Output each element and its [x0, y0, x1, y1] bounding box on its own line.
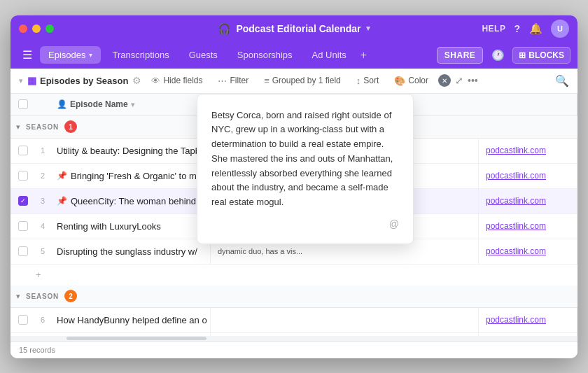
minimize-button[interactable] — [32, 24, 41, 33]
th-episode-name-label: Episode Name — [70, 99, 128, 109]
group-label: Grouped by 1 field — [272, 76, 341, 85]
pin-icon: 📌 — [57, 196, 67, 206]
filter-label: Filter — [230, 76, 248, 85]
row-link[interactable]: podcastlink.com — [479, 214, 578, 239]
checkbox-s1r4[interactable] — [18, 221, 28, 231]
blocks-button[interactable]: ⊞ BLOCKS — [512, 47, 570, 64]
blocks-icon: ⊞ — [519, 50, 526, 60]
row-link[interactable]: podcastlink.com — [479, 189, 578, 213]
row-link[interactable]: podcastlink.com — [479, 333, 578, 336]
tab-sponsorships[interactable]: Sponsorships — [229, 46, 301, 64]
row-episode-name: Disrupting the sunglass industry w/ — [50, 239, 211, 264]
hide-fields-button[interactable]: 👁 Hide fields — [146, 73, 208, 89]
text-popup: Betsy Corca, born and raised right outsi… — [197, 94, 414, 245]
row-episode-name-text: Bringing 'Fresh & Organic' to market — [71, 171, 211, 181]
row-link[interactable]: podcastlink.com — [479, 139, 578, 163]
checkbox-s1r5[interactable] — [18, 246, 28, 256]
close-button[interactable] — [19, 24, 27, 33]
season-1-label: SEASON — [26, 123, 59, 131]
tab-ad-units[interactable]: Ad Units — [304, 46, 355, 64]
row-link[interactable]: podcastlink.com — [479, 164, 578, 188]
popup-content: Betsy Corca, born and raised right outsi… — [211, 108, 399, 211]
horizontal-scrollbar[interactable] — [10, 336, 578, 342]
settings-icon[interactable]: ⚙ — [132, 75, 141, 86]
checkbox-s1r2[interactable] — [18, 171, 28, 181]
more-icon[interactable]: ••• — [468, 75, 478, 86]
bell-icon[interactable]: 🔔 — [529, 22, 543, 35]
link-text[interactable]: podcastlink.com — [486, 146, 570, 155]
at-icon[interactable]: @ — [389, 218, 399, 230]
toolbar: ☰ Episodes ▾ Transcriptions Guests Spons… — [10, 42, 578, 69]
link-text[interactable]: podcastlink.com — [486, 315, 570, 325]
window-title: Podcast Editorial Calendar — [236, 23, 360, 34]
grid-icon: ▦ — [27, 75, 36, 86]
group-button[interactable]: ≡ Grouped by 1 field — [258, 73, 346, 89]
row-snippet — [211, 333, 479, 336]
tab-guests-label: Guests — [189, 50, 218, 60]
row-num: 3 — [36, 197, 50, 205]
checkbox-s2r6[interactable] — [18, 315, 28, 325]
table-row[interactable]: 6 How HandyBunny helped define an o podc… — [10, 308, 578, 333]
row-episode-name: How HandyBunny helped define an o — [50, 308, 211, 332]
season-1-badge: 1 — [64, 120, 77, 133]
fullscreen-button[interactable] — [46, 24, 54, 33]
row-episode-name: Mission: Space — [50, 333, 211, 336]
link-text[interactable]: podcastlink.com — [486, 246, 570, 256]
scrollbar-thumb[interactable] — [66, 337, 206, 340]
row-checkbox[interactable] — [10, 246, 36, 256]
select-all-checkbox[interactable] — [18, 99, 28, 109]
link-text[interactable]: podcastlink.com — [486, 221, 570, 231]
season-2-label: SEASON — [26, 293, 59, 300]
row-link[interactable]: podcastlink.com — [479, 239, 578, 264]
th-episode-name: 👤 Episode Name ▾ — [50, 94, 211, 115]
tab-transcriptions-label: Transcriptions — [112, 50, 169, 60]
row-link[interactable]: podcastlink.com — [479, 308, 578, 332]
titlebar: 🎧 Podcast Editorial Calendar ▾ HELP ? 🔔 … — [10, 15, 578, 42]
tab-guests[interactable]: Guests — [181, 46, 226, 64]
checkbox-s1r3[interactable]: ✓ — [18, 196, 28, 206]
avatar[interactable]: U — [551, 20, 569, 38]
tab-episodes-label: Episodes — [48, 50, 85, 60]
share-button[interactable]: SHARE — [437, 47, 484, 64]
row-checkbox[interactable] — [10, 171, 36, 181]
menu-icon[interactable]: ☰ — [18, 45, 37, 65]
clock-icon[interactable]: 🕐 — [489, 46, 507, 64]
traffic-lights — [19, 24, 54, 33]
row-checkbox[interactable] — [10, 146, 36, 155]
help-label[interactable]: HELP — [482, 24, 505, 34]
row-episode-name: 📌 QueenCity: The woman behind NY re — [50, 189, 211, 213]
tab-sponsorships-label: Sponsorships — [237, 50, 293, 60]
checkbox-s1r1[interactable] — [18, 146, 28, 155]
row-checkbox[interactable]: ✓ — [10, 196, 36, 206]
color-button[interactable]: 🎨 Color — [388, 73, 434, 89]
season-1-collapse-icon[interactable]: ▾ — [16, 122, 20, 132]
help-question-icon[interactable]: ? — [514, 23, 520, 34]
row-episode-name-text: How HandyBunny helped define an o — [57, 315, 207, 325]
group-view-label: ▦ Episodes by Season — [27, 75, 128, 86]
row-checkbox[interactable] — [10, 221, 36, 231]
row-checkbox[interactable] — [10, 315, 36, 325]
sub-toolbar-right: 🔍 — [555, 74, 569, 87]
sort-button[interactable]: ↕ Sort — [351, 73, 385, 89]
season-2-collapse-icon[interactable]: ▾ — [16, 292, 20, 301]
th-checkbox[interactable] — [10, 99, 36, 109]
expand-icon[interactable]: ▾ — [19, 76, 23, 85]
expand-out-icon[interactable]: ⤢ — [455, 75, 463, 86]
link-text[interactable]: podcastlink.com — [486, 196, 570, 206]
search-icon[interactable]: 🔍 — [555, 74, 569, 87]
hide-fields-label: Hide fields — [163, 76, 202, 85]
add-row-s1-button[interactable]: + — [10, 265, 578, 286]
title-dropdown-icon[interactable]: ▾ — [366, 24, 370, 33]
tab-transcriptions[interactable]: Transcriptions — [104, 46, 177, 64]
filter-button[interactable]: ⋯ Filter — [212, 73, 254, 89]
sort-icon: ↕ — [356, 76, 361, 86]
row-snippet — [211, 308, 479, 332]
tab-episodes[interactable]: Episodes ▾ — [40, 46, 101, 64]
link-text[interactable]: podcastlink.com — [486, 171, 570, 181]
sort-label: Sort — [363, 76, 379, 85]
table-row[interactable]: 7 Mission: Space podcastlink.com — [10, 333, 578, 336]
row-num: 4 — [36, 222, 50, 230]
plus-tab-icon[interactable]: + — [360, 49, 367, 62]
person-icon: 👤 — [57, 99, 67, 109]
close-filter-button[interactable]: ✕ — [438, 74, 451, 87]
